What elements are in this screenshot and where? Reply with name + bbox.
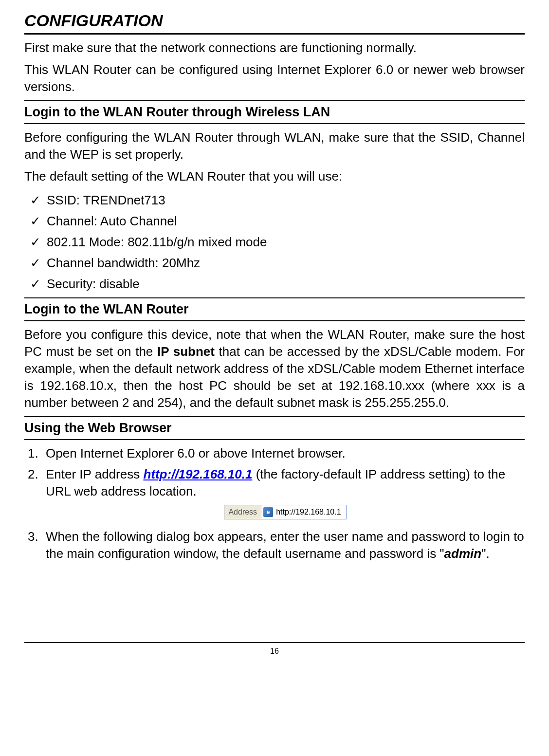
section-heading-login-router: Login to the WLAN Router bbox=[24, 297, 525, 321]
text-span: ". bbox=[481, 546, 489, 561]
text-span: Enter IP address bbox=[46, 467, 143, 481]
list-item: SSID: TRENDnet713 bbox=[30, 190, 525, 211]
address-url-text: http://192.168.10.1 bbox=[275, 505, 346, 519]
page-title: CONFIGURATION bbox=[24, 10, 525, 35]
section1-paragraph-1: Before configuring the WLAN Router throu… bbox=[24, 129, 525, 163]
step-item-2: Enter IP address http://192.168.10.1 (th… bbox=[42, 464, 525, 526]
list-item: Channel bandwidth: 20Mhz bbox=[30, 253, 525, 274]
page-number: 16 bbox=[24, 642, 525, 657]
list-item: 802.11 Mode: 802.11b/g/n mixed mode bbox=[30, 232, 525, 253]
default-settings-list: SSID: TRENDnet713 Channel: Auto Channel … bbox=[24, 190, 525, 295]
step-item-1: Open Internet Explorer 6.0 or above Inte… bbox=[42, 443, 525, 464]
url-link[interactable]: http://192.168.10.1 bbox=[143, 467, 252, 481]
section2-paragraph: Before you configure this device, note t… bbox=[24, 326, 525, 411]
steps-list: Open Internet Explorer 6.0 or above Inte… bbox=[24, 443, 525, 564]
list-item: Security: disable bbox=[30, 274, 525, 295]
bold-text: IP subnet bbox=[157, 344, 215, 359]
ie-page-icon: e bbox=[263, 507, 273, 517]
admin-text: admin bbox=[444, 546, 482, 561]
step-item-3: When the following dialog box appears, e… bbox=[42, 526, 525, 564]
section1-paragraph-2: The default setting of the WLAN Router t… bbox=[24, 168, 525, 185]
section-heading-web-browser: Using the Web Browser bbox=[24, 416, 525, 440]
section-heading-login-wlan: Login to the WLAN Router through Wireles… bbox=[24, 100, 525, 124]
list-item: Channel: Auto Channel bbox=[30, 211, 525, 232]
address-bar-image: Address e http://192.168.10.1 bbox=[46, 505, 525, 519]
intro-paragraph-2: This WLAN Router can be configured using… bbox=[24, 61, 525, 95]
address-label: Address bbox=[224, 505, 261, 519]
intro-paragraph-1: First make sure that the network connect… bbox=[24, 39, 525, 56]
